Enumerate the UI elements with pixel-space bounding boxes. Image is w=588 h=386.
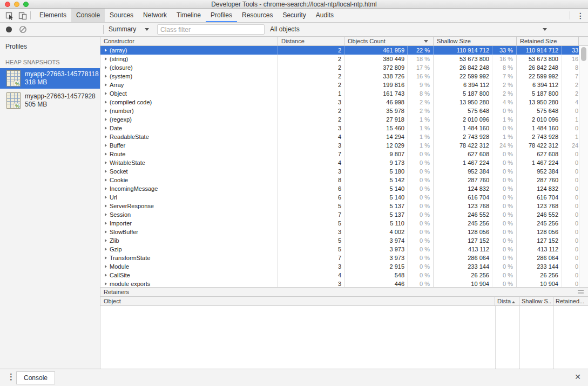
retainers-column-shallow[interactable]: Shallow S..: [519, 297, 553, 305]
tab-profiles[interactable]: Profiles: [206, 9, 237, 22]
view-mode-select[interactable]: Summary: [109, 23, 136, 36]
expand-arrow-icon[interactable]: [105, 49, 107, 52]
expand-arrow-icon[interactable]: [105, 248, 107, 251]
expand-arrow-icon[interactable]: [105, 265, 107, 268]
table-row[interactable]: Array2199 8169 %6 394 1122 %6 394 1122 %: [100, 81, 579, 89]
tab-elements[interactable]: Elements: [35, 9, 71, 22]
table-row[interactable]: Date315 4601 %1 484 1600 %1 484 1600 %: [100, 124, 579, 132]
cell-retained-size-percent: 33 %: [562, 46, 579, 55]
expand-arrow-icon[interactable]: [105, 178, 107, 182]
tab-security[interactable]: Security: [278, 9, 310, 22]
expand-arrow-icon[interactable]: [105, 282, 107, 285]
table-row[interactable]: ServerResponse55 1370 %123 7680 %123 768…: [100, 202, 579, 210]
tab-network[interactable]: Network: [138, 9, 172, 22]
table-row[interactable]: (string)2380 44918 %53 673 80016 %53 673…: [100, 55, 579, 63]
expand-arrow-icon[interactable]: [105, 204, 107, 208]
expand-arrow-icon[interactable]: [105, 127, 107, 130]
expand-arrow-icon[interactable]: [105, 274, 107, 277]
table-row[interactable]: TransformState73 9730 %286 0640 %286 064…: [100, 254, 579, 262]
retainers-column-object[interactable]: Object: [100, 297, 495, 305]
column-header-constructor[interactable]: Constructor: [100, 37, 278, 45]
table-row[interactable]: IncomingMessage65 1400 %124 8320 %124 83…: [100, 184, 579, 193]
traffic-light-close-button[interactable]: [5, 2, 10, 7]
expand-arrow-icon[interactable]: [105, 57, 107, 61]
sidebar-item-profiles[interactable]: Profiles: [0, 41, 100, 52]
expand-arrow-icon[interactable]: [105, 213, 107, 216]
column-header-shallow-size[interactable]: Shallow Size: [434, 37, 517, 45]
table-row[interactable]: ReadableState414 2941 %2 743 9281 %2 743…: [100, 132, 579, 141]
traffic-light-minimize-button[interactable]: [14, 2, 19, 7]
table-row[interactable]: module exports34460 %10 9040 %10 9040 %: [100, 279, 579, 287]
column-header-objects-count[interactable]: Objects Count: [344, 37, 434, 45]
table-row[interactable]: Url65 1400 %616 7040 %616 7040 %: [100, 193, 579, 202]
expand-arrow-icon[interactable]: [105, 256, 107, 259]
tab-timeline[interactable]: Timeline: [172, 9, 206, 22]
tab-audits[interactable]: Audits: [311, 9, 339, 22]
table-row[interactable]: WritableState49 1730 %1 467 2240 %1 467 …: [100, 158, 579, 167]
table-row[interactable]: (system)2338 72616 %22 599 9927 %22 599 …: [100, 72, 579, 81]
vertical-scrollbar[interactable]: [579, 46, 588, 287]
table-row[interactable]: (regexp)227 9181 %2 010 0961 %2 010 0961…: [100, 115, 579, 124]
expand-arrow-icon[interactable]: [105, 170, 107, 173]
table-row[interactable]: Socket35 1800 %952 3840 %952 3840 %: [100, 167, 579, 176]
chevron-down-icon[interactable]: [543, 28, 547, 31]
heap-snapshot-item[interactable]: % myapp-27663-14577928505 MB: [0, 90, 100, 111]
expand-arrow-icon[interactable]: [105, 187, 107, 190]
heap-snapshot-item[interactable]: % myapp-27663-145778118318 MB: [0, 68, 100, 89]
drawer-close-icon[interactable]: ✕: [575, 372, 581, 381]
table-row[interactable]: Importer55 1100 %245 2560 %245 2560 %: [100, 219, 579, 228]
retainers-column-retained[interactable]: Retained...: [553, 297, 588, 305]
expand-arrow-icon[interactable]: [105, 230, 107, 234]
record-heap-button[interactable]: [6, 26, 12, 32]
table-row[interactable]: CallSite45480 %26 2560 %26 2560 %: [100, 271, 579, 279]
column-header-distance[interactable]: Distance: [278, 37, 344, 45]
expand-arrow-icon[interactable]: [105, 144, 107, 147]
expand-arrow-icon[interactable]: [105, 66, 107, 69]
table-row[interactable]: (compiled code)346 9982 %13 950 2804 %13…: [100, 98, 579, 107]
expand-arrow-icon[interactable]: [105, 92, 107, 95]
chevron-down-icon[interactable]: [145, 28, 149, 31]
table-row[interactable]: Cookie85 1420 %287 7600 %287 7600 %: [100, 176, 579, 184]
inspect-element-icon[interactable]: [5, 11, 14, 20]
tab-console[interactable]: Console: [71, 9, 105, 22]
table-row[interactable]: Gzip53 9730 %413 1120 %413 1120 %: [100, 245, 579, 254]
expand-arrow-icon[interactable]: [105, 196, 107, 199]
cell-retained-size-percent: 0 %: [562, 167, 579, 176]
expand-arrow-icon[interactable]: [105, 222, 107, 225]
table-row[interactable]: Object1161 7438 %5 187 8002 %5 187 8002 …: [100, 89, 579, 98]
tabbar-divider: [30, 11, 31, 19]
clear-profiles-icon[interactable]: [19, 25, 27, 34]
table-row[interactable]: Buffer312 0291 %78 422 31224 %78 422 312…: [100, 141, 579, 150]
expand-arrow-icon[interactable]: [105, 118, 107, 121]
class-filter-input[interactable]: [157, 24, 265, 35]
retainers-column-distance[interactable]: Dista: [495, 297, 519, 305]
expand-arrow-icon[interactable]: [105, 135, 107, 138]
expand-arrow-icon[interactable]: [105, 75, 107, 78]
table-row[interactable]: Session75 1370 %246 5520 %246 5520 %: [100, 210, 579, 219]
table-row[interactable]: Zlib53 9740 %127 1520 %127 1520 %: [100, 236, 579, 245]
scrollbar-thumb[interactable]: [581, 47, 586, 61]
devtools-menu-icon[interactable]: ⋮: [577, 10, 584, 21]
column-header-retained-size[interactable]: Retained Size: [517, 37, 579, 45]
object-scope-select[interactable]: All objects: [270, 23, 300, 36]
tab-sources[interactable]: Sources: [105, 9, 138, 22]
tab-resources[interactable]: Resources: [237, 9, 278, 22]
traffic-light-zoom-button[interactable]: [23, 2, 29, 7]
expand-arrow-icon[interactable]: [105, 109, 107, 112]
table-row[interactable]: (closure)2372 80917 %26 842 2488 %26 842…: [100, 63, 579, 72]
drawer-tab-console[interactable]: Console: [16, 371, 55, 384]
table-row[interactable]: Route79 8070 %627 6080 %627 6080 %: [100, 150, 579, 158]
cell-shallow-size-percent: 0 %: [492, 107, 517, 115]
table-row[interactable]: SlowBuffer34 0020 %128 0560 %128 0560 %: [100, 228, 579, 236]
expand-arrow-icon[interactable]: [105, 152, 107, 156]
expand-arrow-icon[interactable]: [105, 83, 107, 86]
expand-arrow-icon[interactable]: [105, 239, 107, 242]
table-row[interactable]: Module32 9150 %233 1440 %233 1440 %: [100, 262, 579, 271]
expand-arrow-icon[interactable]: [105, 101, 107, 104]
device-toolbar-icon[interactable]: [18, 11, 27, 20]
table-row[interactable]: (array)2461 95922 %110 914 71233 %110 91…: [100, 46, 579, 55]
expand-arrow-icon[interactable]: [105, 161, 107, 164]
table-row[interactable]: (number)235 9782 %575 6480 %575 6480 %: [100, 107, 579, 115]
drawer-menu-icon[interactable]: ⋮: [7, 372, 15, 382]
retainers-menu-icon[interactable]: [578, 290, 584, 295]
